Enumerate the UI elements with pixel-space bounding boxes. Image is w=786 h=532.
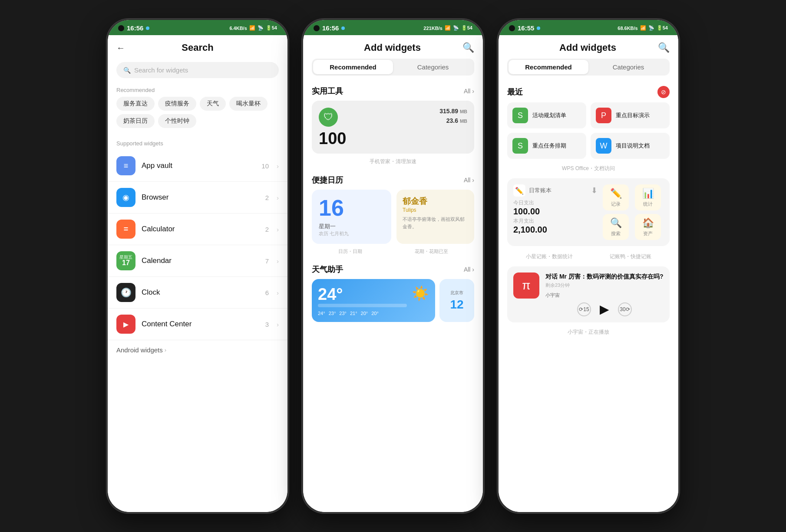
record-icon: ✏️ [610, 188, 622, 199]
ledger-today-value: 100.00 [513, 207, 598, 217]
weather-card-main[interactable]: 24° 24°23°23°21°20°20° ☀️ [312, 279, 435, 322]
tag-2[interactable]: 疫情服务 [158, 97, 196, 111]
list-item-clock[interactable]: 🕐 Clock 6 › [108, 277, 287, 309]
recent-item-2[interactable]: P 重点目标演示 [591, 102, 670, 128]
tools-title: 实用工具 [312, 86, 343, 96]
browser-name: Browser [142, 193, 259, 202]
status-dot [146, 26, 149, 30]
status-bar-1: 16:56 6.4KB/s 📶 📡 🔋54 [108, 20, 287, 35]
status-time-1: 16:56 [127, 24, 143, 32]
ledger-btn-stats[interactable]: 📊 统计 [635, 184, 661, 210]
appvault-count: 10 [261, 162, 269, 170]
cal-lunar: 农历 七月初九 [319, 230, 384, 237]
tab-categories-2[interactable]: Categories [393, 60, 473, 74]
list-item-calendar[interactable]: 星期五 17 Calendar 7 › [108, 245, 287, 277]
weather-all[interactable]: All › [464, 266, 474, 273]
clock-icon: 🕐 [116, 283, 135, 302]
search-button-2[interactable]: 🔍 [462, 42, 474, 53]
phone-manager-widget[interactable]: 🛡 100 315.89 MB 23.6 MB [312, 101, 474, 154]
android-widgets-row[interactable]: Android widgets › [108, 340, 287, 360]
forward-button[interactable]: 30⟳ [618, 302, 632, 316]
calendar-card-2[interactable]: 郁金香 Tulips 不语亭亭俯薄妆，画祖双风郁金香。 [396, 190, 474, 244]
tag-1[interactable]: 服务直达 [116, 97, 155, 111]
tab-categories-3[interactable]: Categories [588, 60, 668, 74]
recent-item-4[interactable]: W 项目说明文档 [591, 133, 670, 159]
battery-icon-3: 🔋54 [657, 25, 668, 31]
back-button[interactable]: ← [116, 43, 125, 53]
aw-title-3: Add widgets [518, 42, 658, 53]
phone-2: 16:56 221KB/s 📶 📡 🔋54 Add widgets 🔍 Reco… [302, 19, 484, 513]
wifi-icon: 📡 [258, 25, 264, 31]
cal-sub2: 花期・花期已至 [415, 248, 448, 255]
sun-icon: ☀️ [412, 285, 429, 302]
chevron-icon-3: › [277, 226, 279, 233]
search-button-3[interactable]: 🔍 [658, 42, 670, 53]
tab-recommended-2[interactable]: Recommended [313, 60, 393, 74]
ledger-month-row: 本月支出 2,100.00 [513, 217, 598, 235]
chevron-icon-4: › [277, 257, 279, 265]
chevron-icon-6: › [277, 321, 279, 328]
tools-all[interactable]: All › [464, 88, 474, 95]
cal-subtitles: 日历・日期 花期・花期已至 [303, 246, 483, 261]
podcast-title: 对话 Mr 厉害：数码评测的价值真实存在吗? [545, 273, 664, 280]
ri-icon-2: P [596, 108, 611, 123]
ledger-btn-search[interactable]: 🔍 搜索 [603, 214, 629, 240]
play-button[interactable]: ▶ [600, 302, 609, 316]
search-label: 搜索 [611, 230, 621, 237]
pm-stat1: 315.89 MB [439, 108, 467, 115]
search-input-wrap[interactable]: 🔍 Search for widgets [116, 62, 279, 78]
stats-label: 统计 [643, 201, 653, 207]
rewind-button[interactable]: ⟳15 [577, 302, 591, 316]
list-item-browser[interactable]: ◉ Browser 2 › [108, 182, 287, 213]
list-item-calculator[interactable]: = Calculator 2 › [108, 213, 287, 245]
weather-small-loc: 北京市 [450, 290, 463, 296]
pm-number: 100 [319, 130, 346, 147]
phone-3: 16:55 68.6KB/s 📶 📡 🔋54 Add widgets 🔍 Rec… [497, 19, 680, 513]
chevron-icon-5: › [277, 289, 279, 296]
ledger-today-label: 今日支出 [513, 199, 598, 207]
ri-text-2: 重点目标演示 [616, 112, 650, 119]
recent-title: 最近 [507, 87, 523, 97]
content-name: Content Center [142, 320, 259, 328]
recent-item-1[interactable]: S 活动规划清单 [507, 102, 586, 128]
tag-3[interactable]: 天气 [200, 97, 226, 111]
search-icon-ledger: 🔍 [610, 217, 622, 229]
calculator-name: Calculator [142, 225, 259, 233]
battery-icon: 🔋54 [266, 25, 277, 31]
browser-icon: ◉ [116, 188, 135, 207]
podcast-credit: 小宇宙・正在播放 [499, 326, 678, 341]
list-item-appvault[interactable]: ≡ App vault 10 › [108, 150, 287, 182]
ledger-left: ✏️ 日常账本 ⬇ 今日支出 100.00 本月支出 2,100.00 [513, 184, 598, 236]
cal-all[interactable]: All › [464, 177, 474, 184]
podcast-time: 剩余23分钟 [545, 282, 664, 289]
tag-6[interactable]: 个性时钟 [158, 114, 196, 128]
camera-notch-2 [314, 25, 320, 31]
calendar-card-1[interactable]: 16 星期一 农历 七月初九 [312, 190, 391, 244]
status-icons-2: 221KB/s 📶 📡 🔋54 [423, 25, 472, 31]
ledger-widget[interactable]: ✏️ 日常账本 ⬇ 今日支出 100.00 本月支出 2,100.00 [507, 178, 670, 246]
flower-title: 郁金香 [403, 196, 468, 207]
section-weather: 天气助手 All › [303, 261, 483, 279]
flower-latin: Tulips [403, 207, 468, 213]
wps-credit: WPS Office・文档访问 [499, 162, 678, 178]
ledger-download[interactable]: ⬇ [591, 186, 598, 195]
ledger-btn-record[interactable]: ✏️ 记录 [603, 184, 629, 210]
tag-5[interactable]: 奶茶日历 [116, 114, 155, 128]
chevron-icon-2: › [277, 194, 279, 201]
tab-recommended-3[interactable]: Recommended [509, 60, 588, 74]
browser-count: 2 [265, 194, 269, 201]
weather-bar [318, 304, 407, 307]
weather-card-small[interactable]: 北京市 12 [439, 279, 474, 322]
podcast-widget[interactable]: π 对话 Mr 厉害：数码评测的价值真实存在吗? 剩余23分钟 小宇宙 ⟳15 … [507, 266, 670, 322]
clock-name: Clock [142, 288, 259, 297]
status-icons-3: 68.6KB/s 📶 📡 🔋54 [618, 25, 668, 31]
wifi-icon-3: 📡 [648, 25, 654, 31]
aw-header-2: Add widgets 🔍 [303, 35, 483, 59]
list-item-content[interactable]: ▶ Content Center 3 › [108, 309, 287, 340]
ledger-btn-assets[interactable]: 🏠 资产 [635, 214, 661, 240]
tag-4[interactable]: 喝水量杯 [229, 97, 268, 111]
recent-item-3[interactable]: S 重点任务排期 [507, 133, 586, 159]
ledger-credit2: 记账鸭・快捷记账 [610, 253, 651, 260]
record-label: 记录 [611, 201, 621, 207]
status-icons-1: 6.4KB/s 📶 📡 🔋54 [229, 25, 277, 31]
